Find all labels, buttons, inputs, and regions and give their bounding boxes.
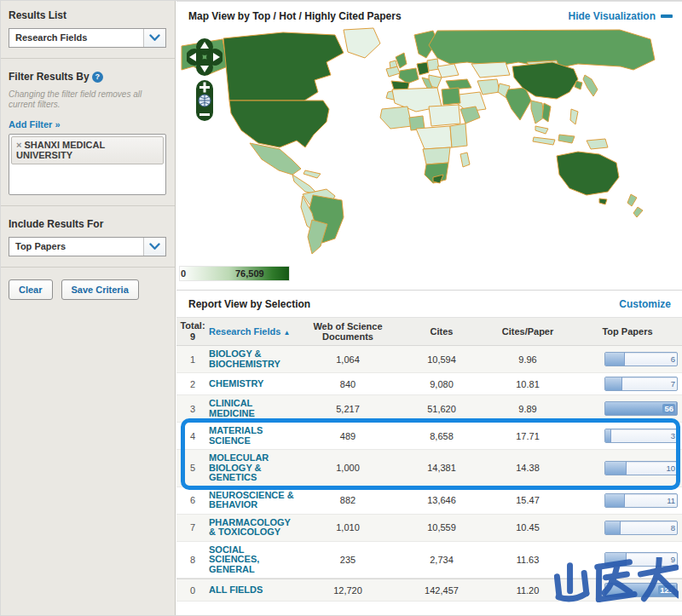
remove-filter-icon[interactable]: × [16,140,21,150]
cites-value: 13,646 [400,495,483,505]
field-link[interactable]: PHARMACOLOGY & TOXICOLOGY [209,518,296,538]
filter-section: Filter Results By? Changing the filter f… [1,59,175,206]
field-link[interactable]: MATERIALS SCIENCE [209,426,296,446]
column-top-papers[interactable]: Top Papers [572,326,682,337]
cites-value: 9,080 [400,379,483,389]
add-filter-link[interactable]: Add Filter » [9,119,61,130]
cites-per-paper-value: 9.96 [483,354,572,365]
wos-documents-value: 840 [296,379,400,389]
field-link[interactable]: CLINICAL MEDICINE [209,399,296,418]
legend-gradient [179,266,290,281]
esi-page: Results List Research Fields Filter Resu… [0,0,682,616]
top-papers-cell: 11 [572,493,682,508]
map-view-header: Map View by Top / Hot / Highly Cited Pap… [176,1,682,27]
top-papers-bar: 10 [604,461,678,475]
cites-value: 10,594 [400,354,483,365]
top-papers-bar: 7 [604,377,678,391]
column-wos-documents[interactable]: Web of Science Documents [296,321,400,342]
top-papers-cell: 3 [572,429,682,443]
cites-per-paper-value: 10.81 [483,379,572,389]
filter-chip[interactable]: ×SHANXI MEDICAL UNIVERSITY [11,136,164,164]
cites-value: 2,734 [400,555,483,565]
collapse-minus-icon[interactable] [661,14,673,18]
legend-max-label: 76,509 [235,268,264,279]
wos-documents-value: 12,720 [296,585,400,596]
top-papers-cell: 6 [572,352,682,366]
wos-documents-value: 489 [296,431,400,441]
top-papers-bar: 11 [604,493,678,508]
top-papers-cell: 7 [572,377,682,391]
pan-arrows-button[interactable] [187,37,223,77]
filter-note: Changing the filter field removes all cu… [9,89,153,110]
wos-documents-value: 235 [296,555,400,565]
customize-link[interactable]: Customize [619,298,671,310]
top-papers-bar: 3 [604,429,678,443]
chevron-down-icon[interactable] [143,238,165,256]
chevron-down-icon[interactable] [143,29,165,47]
clear-button[interactable]: Clear [9,279,53,300]
cites-value: 8,658 [400,431,483,441]
wos-documents-value: 1,000 [296,463,400,473]
field-link[interactable]: CHEMISTRY [209,379,296,389]
row-number: 3 [176,404,209,414]
table-row: 4MATERIALS SCIENCE4898,65817.713 [176,423,682,450]
results-list-section: Results List Research Fields [1,1,175,59]
hide-visualization-link[interactable]: Hide Visualization [569,10,673,22]
table-row: 2CHEMISTRY8409,08010.817 [176,373,682,395]
zoom-in-button[interactable] [196,80,213,95]
include-results-dropdown[interactable]: Top Papers [9,237,166,256]
field-link[interactable]: BIOLOGY & BIOCHEMISTRY [209,349,296,369]
top-papers-count: 11 [667,496,675,505]
filter-chip-label: SHANXI MEDICAL UNIVERSITY [16,140,105,160]
wos-documents-value: 882 [296,495,400,505]
top-papers-bar: 56 [604,401,678,416]
zoom-out-button[interactable] [196,111,213,123]
world-map[interactable] [176,27,682,259]
field-link[interactable]: NEUROSCIENCE & BEHAVIOR [209,491,296,510]
field-link[interactable]: ALL FIELDS [209,585,296,596]
active-filters-box: ×SHANXI MEDICAL UNIVERSITY [9,134,166,195]
top-papers-count: 8 [671,523,675,533]
column-cites-per-paper[interactable]: Cites/Paper [483,326,572,337]
top-papers-count: 3 [671,431,675,440]
choropleth-map-svg [176,27,682,259]
save-criteria-button[interactable]: Save Criteria [61,279,139,300]
top-papers-count: 6 [671,354,675,364]
sidebar: Results List Research Fields Filter Resu… [1,1,176,615]
cites-per-paper-value: 10.45 [483,522,572,533]
column-research-fields[interactable]: Research Fields ▲ [209,326,296,337]
field-link[interactable]: SOCIAL SCIENCES, GENERAL [209,545,296,575]
cites-per-paper-value: 15.47 [483,495,572,505]
cites-value: 142,457 [400,585,483,596]
cites-per-paper-value: 14.38 [483,463,572,473]
top-papers-cell: 56 [572,401,682,416]
top-papers-bar: 8 [604,521,678,535]
results-list-dropdown[interactable]: Research Fields [9,28,166,48]
results-list-value: Research Fields [9,29,143,47]
sidebar-buttons: Clear Save Criteria [1,268,175,312]
top-papers-count: 56 [662,404,675,413]
wos-documents-value: 1,010 [296,522,400,533]
row-number: 5 [176,463,209,473]
top-papers-cell: 10 [572,461,682,475]
top-papers-count: 10 [666,463,675,473]
table-row: 5MOLECULAR BIOLOGY & GENETICS1,00014,381… [176,450,682,487]
column-cites[interactable]: Cites [400,326,483,337]
legend-min-label: 0 [181,268,186,279]
map-view-title: Map View by Top / Hot / Highly Cited Pap… [188,10,402,22]
top-papers-cell: 8 [572,521,682,535]
include-results-value: Top Papers [9,238,143,256]
help-icon[interactable]: ? [92,72,103,83]
row-number: 4 [176,431,209,441]
row-number: 6 [176,495,209,505]
cites-value: 51,620 [400,404,483,414]
results-list-heading: Results List [9,9,167,21]
field-link[interactable]: MOLECULAR BIOLOGY & GENETICS [209,453,296,483]
table-row: 7PHARMACOLOGY & TOXICOLOGY1,01010,55910.… [176,515,682,542]
row-number: 0 [176,585,209,596]
cites-per-paper-value: 9.89 [483,404,572,414]
wos-documents-value: 5,217 [296,404,400,414]
include-results-section: Include Results For Top Papers [1,206,175,268]
row-number: 8 [176,555,209,565]
cites-value: 14,381 [400,463,483,473]
